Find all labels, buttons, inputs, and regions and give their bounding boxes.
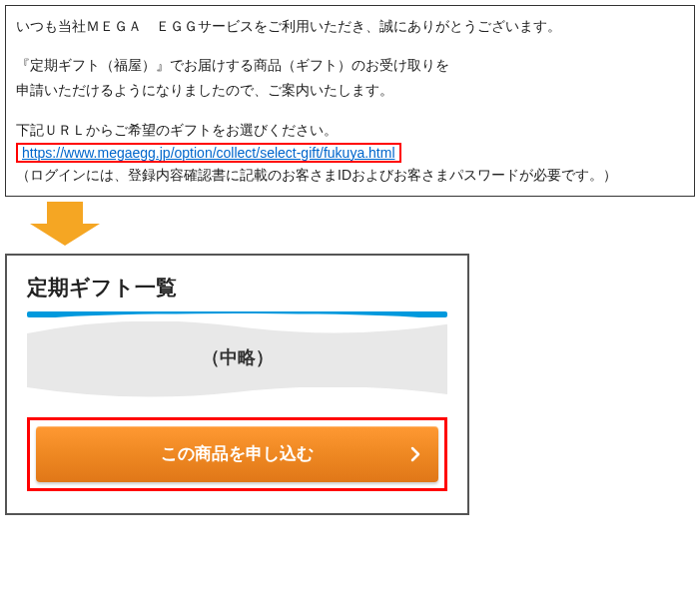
arrow-head-icon	[30, 224, 100, 246]
gift-list-panel: 定期ギフト一覧 （中略） この商品を申し込む	[5, 254, 469, 515]
omitted-label: （中略）	[202, 345, 274, 369]
gift-list-title: 定期ギフト一覧	[27, 274, 447, 301]
email-greeting: いつも当社ＭＥＧＡ ＥＧＧサービスをご利用いただき、誠にありがとうございます。	[16, 14, 684, 39]
email-content-box: いつも当社ＭＥＧＡ ＥＧＧサービスをご利用いただき、誠にありがとうございます。 …	[5, 5, 695, 197]
accent-bar	[27, 311, 447, 317]
gift-select-link[interactable]: https://www.megaegg.jp/option/collect/se…	[22, 145, 395, 161]
apply-button-label: この商品を申し込む	[161, 442, 314, 465]
email-body-1: 『定期ギフト（福屋）』でお届けする商品（ギフト）のお受け取りを	[16, 53, 684, 78]
flow-arrow	[30, 202, 700, 246]
button-highlight-box: この商品を申し込む	[27, 417, 447, 491]
email-instruction: 下記ＵＲＬからご希望のギフトをお選びください。	[16, 118, 684, 143]
arrow-shaft	[47, 202, 83, 224]
apply-product-button[interactable]: この商品を申し込む	[36, 426, 438, 482]
chevron-right-icon	[410, 446, 420, 462]
url-highlight-box: https://www.megaegg.jp/option/collect/se…	[16, 143, 401, 163]
email-login-note: （ログインには、登録内容確認書に記載のお客さまIDおよびお客さまパスワードが必要…	[16, 163, 684, 188]
email-body-2: 申請いただけるようになりましたので、ご案内いたします。	[16, 78, 684, 103]
omitted-content-area: （中略）	[27, 311, 447, 399]
